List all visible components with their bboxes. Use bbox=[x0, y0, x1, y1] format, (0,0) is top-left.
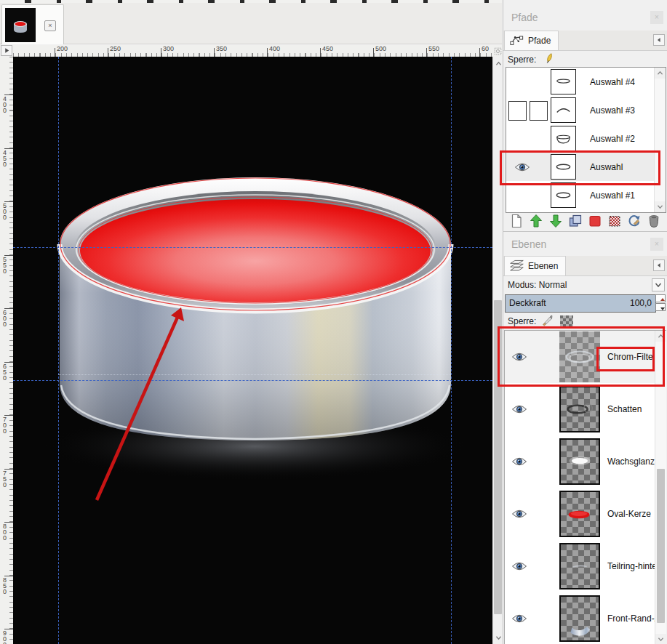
mode-value[interactable]: Normal bbox=[539, 280, 567, 290]
scroll-up-button[interactable] bbox=[493, 58, 503, 69]
ebenen-panel-close-button[interactable]: × bbox=[650, 238, 663, 251]
visibility-eye-icon[interactable] bbox=[511, 613, 527, 624]
image-tab[interactable]: × bbox=[1, 4, 64, 44]
pfade-collapse-button[interactable] bbox=[653, 34, 665, 46]
layer-thumbnail[interactable] bbox=[559, 543, 600, 589]
visibility-toggle[interactable] bbox=[514, 190, 530, 201]
scroll-thumb[interactable] bbox=[494, 300, 502, 614]
tab-pfade-label: Pfade bbox=[528, 36, 551, 46]
stroke-path-button[interactable] bbox=[626, 213, 642, 228]
path-label[interactable]: Auswahl #2 bbox=[590, 134, 635, 144]
layer-label[interactable]: Oval-Kerze bbox=[607, 509, 651, 519]
zoom-follow-window-button[interactable] bbox=[492, 45, 503, 57]
layer-row[interactable]: Chrom-Filter bbox=[505, 331, 666, 383]
pfade-panel-title: Pfade bbox=[511, 12, 538, 23]
ebenen-collapse-button[interactable] bbox=[653, 259, 665, 271]
path-row[interactable]: Auswahl #1 bbox=[506, 181, 666, 209]
pfade-panel-close-button[interactable]: × bbox=[650, 11, 663, 24]
annotation-arrow bbox=[13, 57, 492, 644]
layer-label[interactable]: Chrom-Filter bbox=[607, 352, 656, 362]
path-thumbnail[interactable] bbox=[551, 182, 576, 208]
path-thumbnail[interactable] bbox=[551, 69, 576, 94]
visibility-eye-icon[interactable] bbox=[511, 509, 527, 519]
paths-list: Auswahl #4Auswahl #3Auswahl #2AuswahlAus… bbox=[506, 67, 666, 213]
opacity-spinner bbox=[655, 294, 665, 313]
layer-label[interactable]: Wachsglanz bbox=[607, 456, 655, 467]
new-path-button[interactable] bbox=[508, 213, 524, 228]
path-label[interactable]: Auswahl #1 bbox=[590, 190, 635, 201]
layer-thumbnail[interactable] bbox=[559, 491, 600, 537]
vertical-ruler[interactable]: 400450500550600650700750800850900 bbox=[0, 57, 14, 644]
path-row[interactable]: Auswahl bbox=[506, 153, 666, 181]
tab-ebenen[interactable]: Ebenen bbox=[504, 256, 566, 275]
layer-thumbnail[interactable] bbox=[559, 386, 600, 432]
visibility-toggle[interactable] bbox=[514, 77, 530, 87]
layer-row[interactable]: Oval-Kerze bbox=[505, 488, 666, 540]
opacity-slider[interactable]: Deckkraft 100,0 bbox=[505, 294, 656, 313]
mode-dropdown-button[interactable] bbox=[652, 278, 665, 291]
tab-ebenen-label: Ebenen bbox=[528, 261, 558, 271]
scroll-down-button[interactable] bbox=[493, 632, 503, 643]
path-label[interactable]: Auswahl #3 bbox=[590, 105, 635, 116]
visibility-eye-icon[interactable] bbox=[511, 352, 527, 362]
layer-row[interactable]: Wachsglanz bbox=[505, 435, 666, 488]
path-label[interactable]: Auswahl bbox=[590, 162, 623, 172]
path-toggle-box[interactable] bbox=[530, 101, 548, 121]
duplicate-path-button[interactable] bbox=[567, 213, 583, 228]
canvas-vertical-scrollbar[interactable] bbox=[492, 45, 503, 644]
opacity-decrease-button[interactable] bbox=[655, 303, 666, 311]
selection-to-path-button[interactable] bbox=[607, 213, 623, 228]
visibility-eye-icon[interactable] bbox=[511, 456, 527, 467]
layers-scrollbar[interactable] bbox=[655, 331, 666, 644]
delete-path-button[interactable] bbox=[646, 213, 662, 228]
dotted-selection-zoom-icon bbox=[494, 47, 502, 55]
layers-scroll-up[interactable] bbox=[655, 331, 666, 342]
path-row[interactable]: Auswahl #3 bbox=[506, 96, 666, 124]
layer-stack-icon bbox=[509, 258, 524, 275]
tab-pfade[interactable]: Pfade bbox=[504, 31, 559, 50]
layers-scroll-down[interactable] bbox=[655, 634, 666, 644]
paintbrush-lock-icon[interactable] bbox=[541, 313, 555, 329]
layer-row[interactable]: Schatten bbox=[505, 383, 666, 435]
layer-thumbnail[interactable] bbox=[559, 438, 600, 485]
path-label[interactable]: Auswahl #4 bbox=[590, 77, 635, 87]
layer-row[interactable]: Front-Rand-Abs bbox=[505, 592, 666, 644]
image-tab-thumbnail bbox=[5, 8, 36, 42]
paths-scroll-up[interactable] bbox=[655, 68, 666, 79]
path-row[interactable]: Auswahl #4 bbox=[506, 68, 666, 96]
pfade-tabstrip: Pfade bbox=[503, 31, 667, 51]
opacity-label: Deckkraft bbox=[509, 298, 546, 308]
path-to-selection-button[interactable] bbox=[587, 213, 603, 228]
raise-path-button[interactable] bbox=[528, 213, 544, 228]
path-thumbnail[interactable] bbox=[551, 97, 576, 123]
visibility-toggle[interactable] bbox=[514, 105, 530, 116]
visibility-eye-icon[interactable] bbox=[511, 404, 527, 414]
paths-scroll-down[interactable] bbox=[655, 201, 666, 212]
chevron-down-icon bbox=[657, 204, 663, 209]
layer-label[interactable]: Schatten bbox=[607, 404, 642, 414]
layer-label[interactable]: Teilring-hinten bbox=[607, 561, 662, 571]
visibility-eye-icon[interactable] bbox=[511, 561, 527, 571]
path-thumbnail[interactable] bbox=[551, 126, 576, 151]
layer-row[interactable]: Teilring-hinten bbox=[505, 540, 666, 592]
lower-path-button[interactable] bbox=[548, 213, 564, 228]
canvas[interactable] bbox=[13, 57, 492, 644]
paths-toolbar bbox=[506, 213, 665, 229]
tab-close-button[interactable]: × bbox=[44, 20, 56, 31]
layers-scroll-thumb[interactable] bbox=[657, 469, 665, 623]
paths-scrollbar[interactable] bbox=[654, 68, 666, 212]
layers-list: Chrom-FilterSchattenWachsglanzOval-Kerze… bbox=[504, 330, 666, 644]
chevron-down-icon bbox=[655, 282, 662, 288]
visibility-eye-icon[interactable] bbox=[514, 162, 530, 172]
collapse-left-icon bbox=[654, 262, 664, 269]
visibility-toggle[interactable] bbox=[514, 134, 530, 144]
ruler-corner-menu-button[interactable] bbox=[1, 45, 12, 56]
path-thumbnail[interactable] bbox=[551, 154, 576, 180]
horizontal-ruler[interactable]: 20025030035040045050055060 bbox=[13, 45, 492, 57]
opacity-increase-button[interactable] bbox=[655, 294, 666, 302]
layer-thumbnail[interactable] bbox=[559, 331, 600, 382]
layer-thumbnail[interactable] bbox=[559, 595, 600, 642]
path-row[interactable]: Auswahl #2 bbox=[506, 124, 666, 153]
alpha-lock-icon[interactable] bbox=[560, 315, 573, 327]
quill-lock-icon[interactable] bbox=[541, 52, 555, 67]
